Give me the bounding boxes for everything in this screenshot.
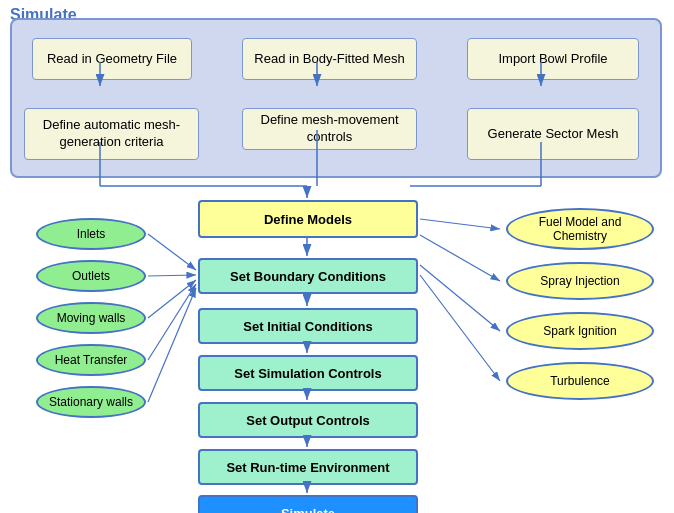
outlets-oval[interactable]: Outlets xyxy=(36,260,146,292)
svg-line-25 xyxy=(420,275,500,381)
svg-line-24 xyxy=(420,265,500,331)
heat-transfer-oval[interactable]: Heat Transfer xyxy=(36,344,146,376)
svg-line-22 xyxy=(420,219,500,229)
top-panel: Read in Geometry File Define automatic m… xyxy=(10,18,662,178)
svg-line-21 xyxy=(148,288,196,402)
fuel-oval[interactable]: Fuel Model and Chemistry xyxy=(506,208,654,250)
inlets-oval[interactable]: Inlets xyxy=(36,218,146,250)
import-bowl-box[interactable]: Import Bowl Profile xyxy=(467,38,639,80)
svg-line-20 xyxy=(148,284,196,360)
svg-line-19 xyxy=(148,280,196,318)
set-sim-box[interactable]: Set Simulation Controls xyxy=(198,355,418,391)
svg-line-18 xyxy=(148,275,196,276)
body-fitted-box[interactable]: Read in Body-Fitted Mesh xyxy=(242,38,417,80)
spark-oval[interactable]: Spark Ignition xyxy=(506,312,654,350)
gen-sector-box[interactable]: Generate Sector Mesh xyxy=(467,108,639,160)
svg-line-17 xyxy=(148,234,196,270)
simulate-box[interactable]: Simulate xyxy=(198,495,418,513)
turbulence-oval[interactable]: Turbulence xyxy=(506,362,654,400)
set-runtime-box[interactable]: Set Run-time Environment xyxy=(198,449,418,485)
define-models-box[interactable]: Define Models xyxy=(198,200,418,238)
set-output-box[interactable]: Set Output Controls xyxy=(198,402,418,438)
set-initial-box[interactable]: Set Initial Conditions xyxy=(198,308,418,344)
read-geo-box[interactable]: Read in Geometry File xyxy=(32,38,192,80)
def-mesh-box[interactable]: Define mesh-movement controls xyxy=(242,108,417,150)
moving-walls-oval[interactable]: Moving walls xyxy=(36,302,146,334)
spray-oval[interactable]: Spray Injection xyxy=(506,262,654,300)
stationary-walls-oval[interactable]: Stationary walls xyxy=(36,386,146,418)
svg-line-23 xyxy=(420,235,500,281)
def-auto-box[interactable]: Define automatic mesh-generation criteri… xyxy=(24,108,199,160)
set-boundary-box[interactable]: Set Boundary Conditions xyxy=(198,258,418,294)
